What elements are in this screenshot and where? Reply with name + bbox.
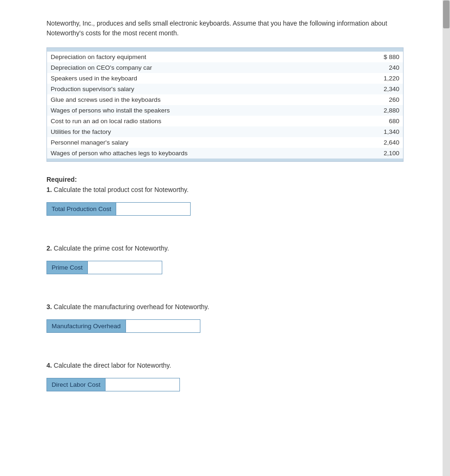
input-group-4: Direct Labor Cost <box>46 378 186 391</box>
table-cell-amount: 260 <box>366 94 404 105</box>
input-label-4: Direct Labor Cost <box>46 378 106 391</box>
question-block-3: 3. Calculate the manufacturing overhead … <box>46 302 404 333</box>
answer-input-2[interactable] <box>88 261 162 274</box>
table-cell-description: Production supervisor's salary <box>47 84 366 94</box>
table-cell-amount: 2,640 <box>366 137 404 148</box>
input-group-1: Total Production Cost <box>46 202 186 216</box>
table-cell-description: Wages of persons who install the speaker… <box>47 105 366 116</box>
table-row: Glue and screws used in the keyboards260 <box>47 94 404 105</box>
table-cell-description: Utilities for the factory <box>47 126 366 137</box>
question-text-2: 2. Calculate the prime cost for Notewort… <box>46 244 404 253</box>
answer-input-3[interactable] <box>126 319 200 333</box>
required-section: Required: 1. Calculate the total product… <box>46 176 404 391</box>
question-block-1: 1. Calculate the total product cost for … <box>46 185 404 216</box>
question-text-4: 4. Calculate the direct labor for Notewo… <box>46 361 404 370</box>
table-footer-row <box>47 159 404 162</box>
table-row: Depreciation on factory equipment$ 880 <box>47 52 404 62</box>
table-row: Speakers used in the keyboard1,220 <box>47 73 404 84</box>
table-row: Production supervisor's salary2,340 <box>47 84 404 94</box>
table-cell-amount: 2,100 <box>366 148 404 159</box>
table-row: Utilities for the factory1,340 <box>47 126 404 137</box>
required-label: Required: <box>46 176 404 183</box>
table-cell-amount: $ 880 <box>366 52 404 62</box>
table-header-row <box>47 48 404 52</box>
page-container: Noteworthy, Inc., produces and sells sma… <box>0 0 450 476</box>
input-group-2: Prime Cost <box>46 261 186 274</box>
table-row: Wages of person who attaches legs to key… <box>47 148 404 159</box>
table-cell-amount: 1,340 <box>366 126 404 137</box>
input-label-2: Prime Cost <box>46 261 88 274</box>
table-cell-amount: 2,340 <box>366 84 404 94</box>
table-cell-description: Cost to run an ad on local radio station… <box>47 116 366 126</box>
intro-text: Noteworthy, Inc., produces and sells sma… <box>46 19 404 38</box>
table-row: Depreciation on CEO's company car240 <box>47 62 404 73</box>
table-row: Cost to run an ad on local radio station… <box>47 116 404 126</box>
table-row: Personnel manager's salary2,640 <box>47 137 404 148</box>
table-cell-description: Personnel manager's salary <box>47 137 366 148</box>
question-text-3: 3. Calculate the manufacturing overhead … <box>46 302 404 312</box>
table-cell-description: Wages of person who attaches legs to key… <box>47 148 366 159</box>
table-cell-description: Speakers used in the keyboard <box>47 73 366 84</box>
table-cell-amount: 680 <box>366 116 404 126</box>
question-block-4: 4. Calculate the direct labor for Notewo… <box>46 361 404 391</box>
input-label-3: Manufacturing Overhead <box>46 319 126 333</box>
answer-input-1[interactable] <box>116 202 191 216</box>
table-cell-amount: 1,220 <box>366 73 404 84</box>
table-cell-description: Depreciation on CEO's company car <box>47 62 366 73</box>
answer-input-4[interactable] <box>106 378 180 391</box>
question-block-2: 2. Calculate the prime cost for Notewort… <box>46 244 404 274</box>
table-cell-description: Glue and screws used in the keyboards <box>47 94 366 105</box>
input-label-1: Total Production Cost <box>46 202 116 216</box>
input-group-3: Manufacturing Overhead <box>46 319 186 333</box>
table-row: Wages of persons who install the speaker… <box>47 105 404 116</box>
scrollbar-thumb[interactable] <box>443 0 450 28</box>
cost-table: Depreciation on factory equipment$ 880De… <box>46 47 404 162</box>
table-cell-amount: 2,880 <box>366 105 404 116</box>
scrollbar[interactable] <box>443 0 450 476</box>
question-text-1: 1. Calculate the total product cost for … <box>46 185 404 195</box>
table-cell-description: Depreciation on factory equipment <box>47 52 366 62</box>
table-cell-amount: 240 <box>366 62 404 73</box>
